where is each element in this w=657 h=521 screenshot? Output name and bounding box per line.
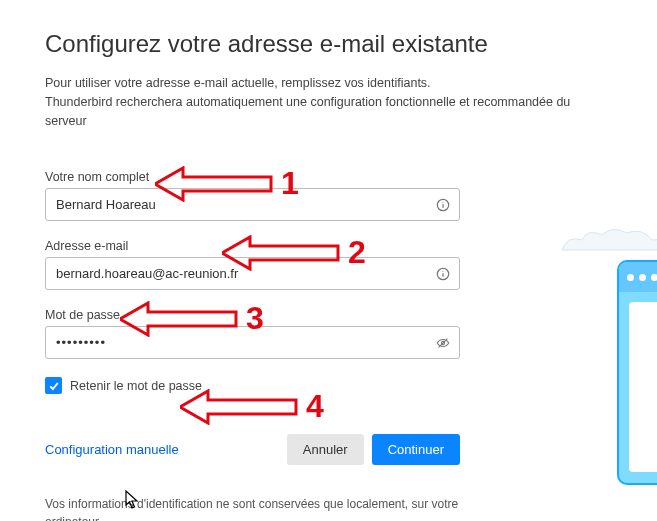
manual-config-link[interactable]: Configuration manuelle	[45, 442, 179, 457]
svg-point-2	[442, 201, 443, 202]
password-input[interactable]	[45, 326, 460, 359]
info-icon[interactable]	[436, 198, 450, 212]
email-input[interactable]	[45, 257, 460, 290]
email-field-group: Adresse e-mail	[45, 239, 612, 290]
password-label: Mot de passe	[45, 308, 612, 322]
intro-line1: Pour utiliser votre adresse e-mail actue…	[45, 74, 612, 93]
cloud-decoration	[557, 225, 657, 255]
footer-text: Vos informations d'identification ne son…	[45, 495, 505, 521]
continue-button[interactable]: Continuer	[372, 434, 460, 465]
actions-row: Configuration manuelle Annuler Continuer	[45, 434, 460, 465]
browser-illustration	[617, 260, 657, 485]
intro-line2: Thunderbird recherchera automatiquement …	[45, 93, 612, 131]
svg-point-5	[442, 270, 443, 271]
name-field-group: Votre nom complet	[45, 170, 612, 221]
remember-password-row: Retenir le mot de passe	[45, 377, 612, 394]
name-input[interactable]	[45, 188, 460, 221]
remember-checkbox[interactable]	[45, 377, 62, 394]
eye-crossed-icon[interactable]	[436, 336, 450, 350]
name-label: Votre nom complet	[45, 170, 612, 184]
email-label: Adresse e-mail	[45, 239, 612, 253]
info-icon[interactable]	[436, 267, 450, 281]
mouse-cursor-icon	[125, 490, 141, 510]
remember-label: Retenir le mot de passe	[70, 379, 202, 393]
cancel-button[interactable]: Annuler	[287, 434, 364, 465]
intro-text: Pour utiliser votre adresse e-mail actue…	[45, 74, 612, 130]
password-field-group: Mot de passe	[45, 308, 612, 359]
page-title: Configurez votre adresse e-mail existant…	[45, 30, 612, 58]
